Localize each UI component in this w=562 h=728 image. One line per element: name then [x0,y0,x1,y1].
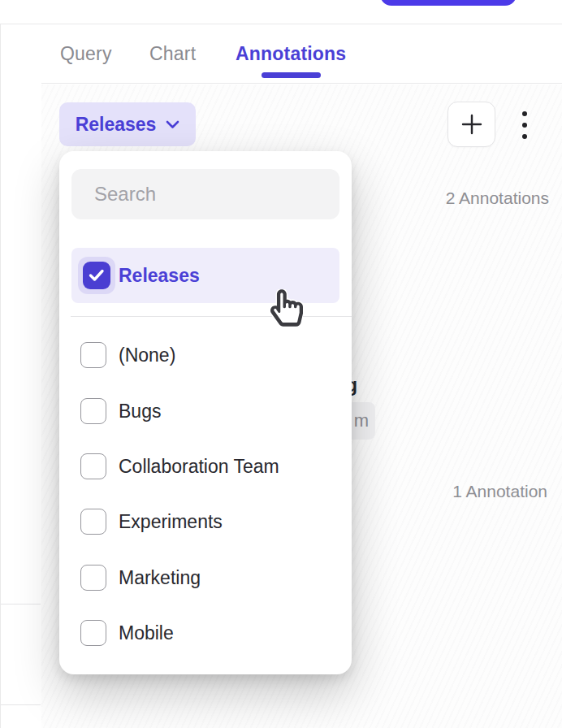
tab-query[interactable]: Query [60,24,112,83]
dropdown-item-none[interactable]: (None) [71,327,339,383]
primary-action-button-partial[interactable] [380,0,517,6]
kebab-icon [522,123,527,128]
rail-divider [1,704,41,705]
checkmark-icon [89,269,105,282]
checkbox-unchecked[interactable] [80,398,106,424]
dropdown-item-mobile[interactable]: Mobile [71,605,339,661]
checkbox-unchecked[interactable] [80,509,106,535]
releases-filter-dropdown: Releases (None) Bugs Collaboration Team … [59,151,352,674]
dropdown-search-box[interactable] [71,169,339,219]
releases-filter-button[interactable]: Releases [59,102,196,146]
dropdown-item-label: Collaboration Team [119,456,279,478]
checkbox-unchecked[interactable] [80,620,106,646]
pointer-hand-cursor [270,289,303,327]
checkbox-unchecked[interactable] [80,342,106,368]
top-header-strip [0,0,562,24]
occluded-chip-text: m [354,410,369,431]
dropdown-divider [71,316,352,317]
checkbox-unchecked[interactable] [80,565,106,591]
tab-chart[interactable]: Chart [149,24,196,83]
dropdown-item-label: Mobile [119,622,174,644]
dropdown-item-label: Releases [119,265,200,287]
dropdown-item-label: Experiments [119,511,223,533]
dropdown-item-marketing[interactable]: Marketing [71,550,339,605]
releases-filter-label: Releases [76,114,157,136]
left-rail [0,24,41,728]
annotation-count-top: 2 Annotations [446,188,549,208]
add-annotation-button[interactable] [447,102,495,147]
checkbox-focus-halo [78,257,115,294]
rail-divider [1,604,41,604]
dropdown-item-label: Marketing [119,567,201,589]
more-options-button[interactable] [513,106,536,145]
tabs-bar: Query Chart Annotations [41,24,562,84]
dropdown-item-bugs[interactable]: Bugs [71,384,339,439]
search-input[interactable] [94,183,346,206]
checkbox-unchecked[interactable] [80,453,106,479]
dropdown-item-collaboration-team[interactable]: Collaboration Team [71,439,339,494]
dropdown-item-experiments[interactable]: Experiments [71,494,339,549]
dropdown-item-label: (None) [119,344,175,366]
annotations-screen: Query Chart Annotations Releases 2 Annot… [0,0,562,728]
dropdown-item-label: Bugs [119,401,161,422]
chevron-down-icon [166,120,179,129]
plus-icon [460,113,483,136]
kebab-icon [522,134,527,139]
active-tab-underline [262,72,321,78]
checkbox-checked[interactable] [83,262,110,289]
kebab-icon [522,111,527,116]
annotation-count-bottom: 1 Annotation [452,482,547,501]
